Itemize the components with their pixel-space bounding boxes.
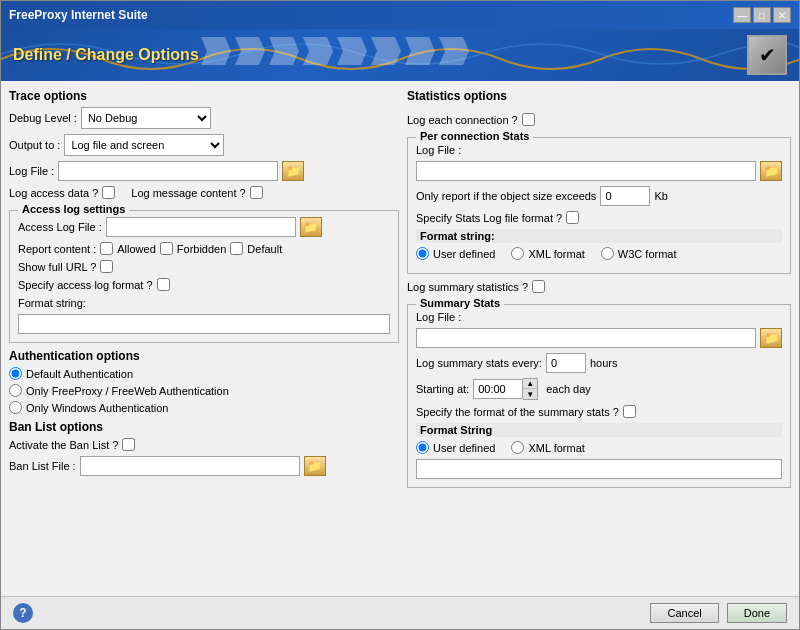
ban-file-label: Ban List File : — [9, 460, 76, 472]
checkmark-icon: ✔ — [759, 43, 776, 67]
log-summary-row: Log summary statistics ? — [407, 280, 791, 293]
time-input[interactable] — [473, 379, 523, 399]
log-every-input[interactable] — [546, 353, 586, 373]
output-label: Output to : — [9, 139, 60, 151]
only-report-label: Only report if the object size exceeds — [416, 190, 596, 202]
bottom-bar: ? Cancel Done — [1, 596, 799, 629]
specify-stats-checkbox[interactable] — [566, 211, 579, 224]
window-controls: — □ ✕ — [733, 7, 791, 23]
allowed-checkbox[interactable] — [100, 242, 113, 255]
per-conn-logfile-input-row: 📁 — [416, 161, 782, 181]
show-url-checkbox[interactable] — [100, 260, 113, 273]
activate-ban-checkbox[interactable] — [122, 438, 135, 451]
time-spinner-arrows: ▲ ▼ — [523, 378, 538, 400]
specify-format-label: Specify access log format ? — [18, 279, 153, 291]
report-content-label: Report content : — [18, 243, 96, 255]
auth-freeproxy-radio[interactable] — [9, 384, 22, 397]
auth-radio-windows: Only Windows Authentication — [9, 401, 399, 414]
close-button[interactable]: ✕ — [773, 7, 791, 23]
arrow-2 — [235, 37, 265, 65]
ban-file-browse-button[interactable]: 📁 — [304, 456, 326, 476]
log-access-label: Log access data ? — [9, 187, 98, 199]
output-row: Output to : Log file and screen Log file… — [9, 134, 399, 156]
each-day-label: each day — [546, 383, 591, 395]
default-checkbox[interactable] — [230, 242, 243, 255]
per-conn-logfile-input[interactable] — [416, 161, 756, 181]
minimize-button[interactable]: — — [733, 7, 751, 23]
log-summary-checkbox[interactable] — [532, 280, 545, 293]
ban-list-section: Ban List options Activate the Ban List ?… — [9, 420, 399, 481]
summary-xml-radio[interactable] — [511, 441, 524, 454]
forbidden-checkbox[interactable] — [160, 242, 173, 255]
window-title: FreeProxy Internet Suite — [9, 8, 148, 22]
time-spinner: ▲ ▼ — [473, 378, 538, 400]
w3c-format-radio[interactable] — [601, 247, 614, 260]
auth-windows-label: Only Windows Authentication — [26, 402, 168, 414]
per-conn-browse-button[interactable]: 📁 — [760, 161, 782, 181]
cancel-button[interactable]: Cancel — [650, 603, 718, 623]
debug-label: Debug Level : — [9, 112, 77, 124]
auth-freeproxy-label: Only FreeProxy / FreeWeb Authentication — [26, 385, 229, 397]
auth-section-title: Authentication options — [9, 349, 399, 363]
report-content-row: Report content : Allowed Forbidden Defau… — [18, 242, 390, 255]
log-each-row: Log each connection ? — [407, 113, 791, 126]
left-panel: Trace options Debug Level : No Debug Low… — [9, 89, 399, 588]
bottom-actions: Cancel Done — [650, 603, 787, 623]
format-string-group: Format string: User defined XML format W… — [416, 229, 782, 260]
auth-default-radio[interactable] — [9, 367, 22, 380]
time-down-arrow[interactable]: ▼ — [523, 389, 537, 399]
access-logfile-input[interactable] — [106, 217, 296, 237]
summary-format-input[interactable] — [416, 459, 782, 479]
log-each-checkbox[interactable] — [522, 113, 535, 126]
log-summary-label: Log summary statistics ? — [407, 281, 528, 293]
specify-format-checkbox[interactable] — [157, 278, 170, 291]
maximize-button[interactable]: □ — [753, 7, 771, 23]
logfile-browse-button[interactable]: 📁 — [282, 161, 304, 181]
specify-summary-checkbox[interactable] — [623, 405, 636, 418]
show-url-row: Show full URL ? — [18, 260, 390, 273]
debug-level-select[interactable]: No Debug Low Medium High — [81, 107, 211, 129]
arrow-1 — [201, 37, 231, 65]
summary-browse-button[interactable]: 📁 — [760, 328, 782, 348]
activate-ban-row: Activate the Ban List ? — [9, 438, 399, 451]
ban-file-input[interactable] — [80, 456, 300, 476]
user-defined-radio[interactable] — [416, 247, 429, 260]
allowed-label: Allowed — [117, 243, 156, 255]
format-string-input[interactable] — [18, 314, 390, 334]
arrow-3 — [269, 37, 299, 65]
format-string-section: Format string: — [18, 296, 390, 334]
access-log-title: Access log settings — [18, 203, 129, 215]
per-conn-logfile-label: Log File : — [416, 144, 461, 156]
object-size-input[interactable] — [600, 186, 650, 206]
stats-section-title: Statistics options — [407, 89, 791, 103]
title-bar: FreeProxy Internet Suite — □ ✕ — [1, 1, 799, 29]
header-icon: ✔ — [747, 35, 787, 75]
access-logfile-browse-button[interactable]: 📁 — [300, 217, 322, 237]
summary-format-radio-row: User defined XML format — [416, 441, 782, 454]
format-radio-row: User defined XML format W3C format — [416, 247, 782, 260]
time-up-arrow[interactable]: ▲ — [523, 379, 537, 389]
log-each-label: Log each connection ? — [407, 114, 518, 126]
output-select[interactable]: Log file and screen Log file only Screen… — [64, 134, 224, 156]
summary-user-defined-radio[interactable] — [416, 441, 429, 454]
per-conn-logfile-row: Log File : — [416, 144, 782, 156]
done-button[interactable]: Done — [727, 603, 787, 623]
access-logfile-label: Access Log File : — [18, 221, 102, 233]
trace-section-title: Trace options — [9, 89, 399, 103]
xml-format-radio[interactable] — [511, 247, 524, 260]
info-button[interactable]: ? — [13, 603, 33, 623]
format-string-label: Format string: — [18, 297, 86, 309]
kb-label: Kb — [654, 190, 667, 202]
main-window: FreeProxy Internet Suite — □ ✕ Define / … — [0, 0, 800, 630]
per-connection-group: Per connection Stats Log File : 📁 Only r… — [407, 137, 791, 274]
xml-format-label: XML format — [528, 248, 584, 260]
only-report-row: Only report if the object size exceeds K… — [416, 186, 782, 206]
summary-logfile-input[interactable] — [416, 328, 756, 348]
arrow-8 — [439, 37, 469, 65]
summary-xml-label: XML format — [528, 442, 584, 454]
auth-windows-radio[interactable] — [9, 401, 22, 414]
arrow-7 — [405, 37, 435, 65]
log-access-checkbox[interactable] — [102, 186, 115, 199]
log-message-checkbox[interactable] — [250, 186, 263, 199]
logfile-input[interactable] — [58, 161, 278, 181]
